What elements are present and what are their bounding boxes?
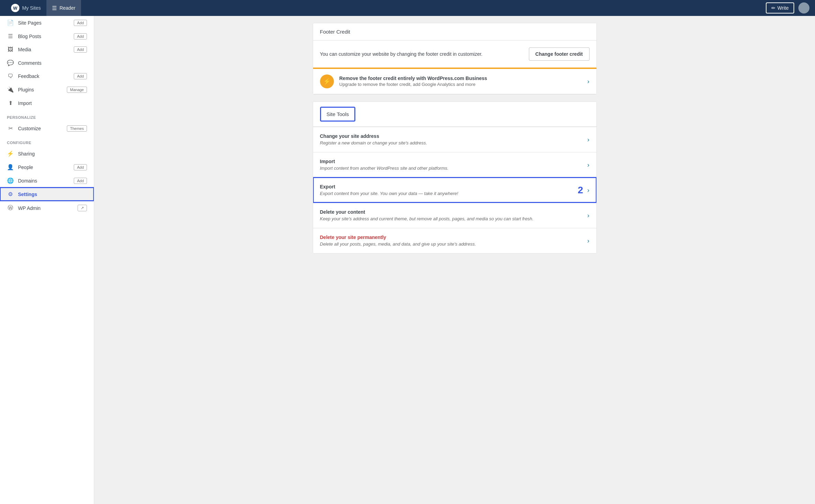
settings-label: Settings [18, 192, 37, 197]
page-layout: 📄 Site Pages Add ☰ Blog Posts Add 🖼 Medi… [0, 16, 815, 504]
write-label: Write [778, 5, 789, 11]
sidebar-item-media[interactable]: 🖼 Media Add [0, 43, 94, 56]
tool-item-change-site-address[interactable]: Change your site address Register a new … [313, 127, 596, 152]
delete-content-subtitle: Keep your site's address and current the… [320, 216, 534, 221]
settings-step-label: 1 [0, 191, 1, 198]
site-tools-header: Site Tools [320, 107, 356, 122]
sidebar-item-import[interactable]: ⬆ Import [0, 96, 94, 110]
upgrade-chevron-icon: › [587, 78, 590, 85]
delete-content-chevron: › [587, 212, 590, 219]
sidebar-item-domains[interactable]: 🌐 Domains Add [0, 174, 94, 187]
domains-label: Domains [18, 178, 37, 184]
top-nav-left: W My Sites ☰ Reader [6, 0, 81, 16]
plugins-icon: 🔌 [7, 86, 14, 93]
upgrade-subtitle: Upgrade to remove the footer credit, add… [339, 82, 476, 87]
reader-nav-item[interactable]: ☰ Reader [46, 0, 81, 16]
export-step-label: 2 [578, 185, 583, 196]
upgrade-text: Remove the footer credit entirely with W… [339, 76, 582, 87]
sidebar-item-wp-admin[interactable]: Ⓦ WP Admin ↗ [0, 201, 94, 215]
people-label: People [18, 165, 33, 170]
sidebar: 📄 Site Pages Add ☰ Blog Posts Add 🖼 Medi… [0, 16, 94, 504]
sidebar-item-comments[interactable]: 💬 Comments [0, 56, 94, 70]
delete-site-subtitle: Delete all your posts, pages, media, and… [320, 241, 476, 247]
sidebar-item-plugins[interactable]: 🔌 Plugins Manage [0, 83, 94, 96]
customize-label: Customize [18, 126, 41, 131]
import-subtitle: Import content from another WordPress si… [320, 166, 449, 171]
import-title: Import [320, 159, 449, 164]
media-icon: 🖼 [7, 46, 14, 53]
upgrade-banner[interactable]: ⚡ Remove the footer credit entirely with… [313, 68, 596, 94]
sidebar-item-sharing[interactable]: ⚡ Sharing [0, 147, 94, 160]
sidebar-item-customize[interactable]: ✂ Customize Themes [0, 122, 94, 135]
blog-posts-icon: ☰ [7, 33, 14, 39]
upgrade-title: Remove the footer credit entirely with W… [339, 76, 582, 81]
upgrade-icon: ⚡ [320, 74, 334, 88]
change-footer-credit-button[interactable]: Change footer credit [529, 47, 590, 61]
people-icon: 👤 [7, 164, 14, 170]
wp-logo-text: W [13, 6, 17, 11]
delete-content-title: Delete your content [320, 209, 534, 215]
my-sites-nav-item[interactable]: W My Sites [6, 0, 46, 16]
top-nav-right: ✏ Write [766, 2, 809, 14]
user-avatar[interactable] [798, 2, 809, 14]
my-sites-label: My Sites [22, 5, 41, 11]
top-navigation: W My Sites ☰ Reader ✏ Write [0, 0, 815, 16]
sidebar-item-people[interactable]: 👤 People Add [0, 160, 94, 174]
feedback-icon: 🗨 [7, 73, 14, 79]
wp-admin-label: WP Admin [18, 205, 41, 211]
footer-credit-header: Footer Credit [313, 23, 596, 41]
sidebar-item-blog-posts[interactable]: ☰ Blog Posts Add [0, 29, 94, 43]
sharing-label: Sharing [18, 151, 35, 157]
sidebar-item-settings[interactable]: ⚙ Settings 1 [0, 187, 94, 201]
tool-item-import[interactable]: Import Import content from another WordP… [313, 152, 596, 177]
delete-site-title: Delete your site permanently [320, 235, 476, 240]
media-add-button[interactable]: Add [74, 46, 87, 53]
reader-label: Reader [60, 5, 76, 11]
main-content-wrapper: Footer Credit You can customize your web… [306, 16, 604, 267]
sidebar-item-feedback[interactable]: 🗨 Feedback Add [0, 70, 94, 83]
domains-icon: 🌐 [7, 177, 14, 184]
domains-add-button[interactable]: Add [74, 178, 87, 184]
sidebar-item-site-pages[interactable]: 📄 Site Pages Add [0, 16, 94, 29]
footer-credit-section: Footer Credit You can customize your web… [313, 23, 597, 95]
import-chevron: › [587, 161, 590, 169]
feedback-label: Feedback [18, 73, 39, 79]
write-button[interactable]: ✏ Write [766, 2, 794, 14]
site-pages-add-button[interactable]: Add [74, 20, 87, 26]
plugins-label: Plugins [18, 87, 34, 92]
main-content-area: Footer Credit You can customize your web… [94, 16, 815, 504]
tool-item-delete-content[interactable]: Delete your content Keep your site's add… [313, 203, 596, 228]
change-site-address-subtitle: Register a new domain or change your sit… [320, 140, 427, 145]
blog-posts-label: Blog Posts [18, 34, 41, 39]
footer-credit-body: You can customize your website by changi… [313, 41, 596, 68]
people-add-button[interactable]: Add [74, 164, 87, 170]
feedback-add-button[interactable]: Add [74, 73, 87, 79]
wp-admin-icon: Ⓦ [7, 204, 14, 212]
site-pages-label: Site Pages [18, 20, 42, 26]
footer-credit-text: You can customize your website by changi… [320, 51, 522, 57]
sharing-icon: ⚡ [7, 150, 14, 157]
media-label: Media [18, 47, 31, 52]
tool-item-delete-site[interactable]: Delete your site permanently Delete all … [313, 228, 596, 253]
configure-section-title: Configure [0, 135, 94, 147]
export-subtitle: Export content from your site. You own y… [320, 191, 458, 196]
wp-admin-external-icon[interactable]: ↗ [78, 205, 87, 211]
plugins-manage-button[interactable]: Manage [67, 87, 87, 93]
blog-posts-add-button[interactable]: Add [74, 33, 87, 39]
comments-icon: 💬 [7, 60, 14, 66]
change-site-address-title: Change your site address [320, 133, 427, 139]
themes-button[interactable]: Themes [67, 125, 87, 132]
import-icon: ⬆ [7, 100, 14, 106]
site-pages-icon: 📄 [7, 19, 14, 26]
site-tools-section: Site Tools Change your site address Regi… [313, 101, 597, 254]
change-site-address-chevron: › [587, 136, 590, 143]
tool-item-export[interactable]: Export Export content from your site. Yo… [313, 177, 596, 203]
reader-icon: ☰ [52, 5, 57, 11]
write-icon: ✏ [771, 5, 776, 11]
comments-label: Comments [18, 60, 42, 66]
personalize-section-title: Personalize [0, 110, 94, 122]
export-title: Export [320, 184, 572, 189]
export-chevron: › [587, 187, 590, 194]
import-label: Import [18, 100, 32, 106]
settings-icon: ⚙ [7, 191, 14, 197]
